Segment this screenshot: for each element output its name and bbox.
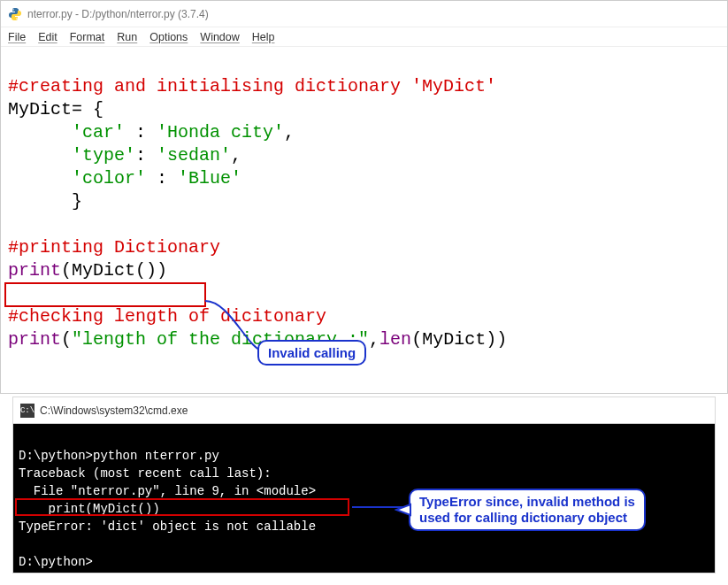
menu-run[interactable]: Run bbox=[117, 31, 137, 43]
cmd-title-text: C:\Windows\system32\cmd.exe bbox=[40, 404, 188, 417]
cmd-line-7: D:\python> bbox=[19, 555, 93, 569]
callout-typeerror: TypeError since, invalid method is used … bbox=[409, 489, 646, 531]
idle-editor-window: nterror.py - D:/python/nterror.py (3.7.4… bbox=[0, 0, 728, 394]
highlight-invalid-call bbox=[4, 282, 206, 307]
cmd-line-6 bbox=[19, 537, 26, 551]
code-line-10 bbox=[8, 283, 19, 304]
python-icon bbox=[8, 7, 22, 21]
menu-window[interactable]: Window bbox=[200, 31, 239, 43]
code-line-11: #checking length of dicitonary bbox=[8, 306, 326, 327]
menu-help[interactable]: Help bbox=[252, 31, 275, 43]
idle-title-text: nterror.py - D:/python/nterror.py (3.7.4… bbox=[27, 8, 209, 20]
cmd-line-2: Traceback (most recent call last): bbox=[19, 466, 272, 481]
callout-typeerror-line1: TypeError since, invalid method is bbox=[419, 494, 635, 509]
callout-invalid-calling-text: Invalid calling bbox=[268, 345, 356, 360]
idle-menubar: File Edit Format Run Options Window Help bbox=[1, 27, 727, 47]
svg-point-1 bbox=[16, 18, 18, 19]
code-line-5: 'color' : 'Blue' bbox=[8, 168, 241, 189]
cmd-titlebar: C:\ C:\Windows\system32\cmd.exe bbox=[13, 397, 715, 424]
cmd-window: C:\ C:\Windows\system32\cmd.exe D:\pytho… bbox=[12, 396, 716, 573]
menu-edit[interactable]: Edit bbox=[38, 31, 57, 43]
cmd-line-5: TypeError: 'dict' object is not callable bbox=[19, 520, 316, 534]
code-line-9: print(MyDict()) bbox=[8, 260, 167, 281]
menu-file[interactable]: File bbox=[8, 31, 26, 43]
code-line-1: #creating and initialising dictionary 'M… bbox=[8, 76, 496, 96]
code-line-4: 'type': 'sedan', bbox=[8, 145, 241, 165]
idle-titlebar: nterror.py - D:/python/nterror.py (3.7.4… bbox=[1, 1, 727, 27]
cmd-icon: C:\ bbox=[20, 404, 34, 418]
cmd-line-4: print(MyDict()) bbox=[19, 502, 160, 516]
callout-tail-icon bbox=[395, 501, 412, 519]
menu-format[interactable]: Format bbox=[70, 31, 105, 43]
callout-typeerror-line2: used for calling dictionary object bbox=[419, 510, 627, 525]
cmd-line-3: File "nterror.py", line 9, in <module> bbox=[19, 484, 316, 498]
callout-invalid-calling: Invalid calling bbox=[257, 340, 366, 366]
cmd-line-1: D:\python>python nterror.py bbox=[19, 449, 219, 463]
code-line-8: #printing Dictionary bbox=[8, 237, 220, 258]
code-line-3: 'car' : 'Honda city', bbox=[8, 122, 295, 142]
code-line-6: } bbox=[8, 191, 82, 212]
svg-point-0 bbox=[12, 9, 14, 11]
menu-options[interactable]: Options bbox=[149, 31, 188, 43]
code-editor[interactable]: #creating and initialising dictionary 'M… bbox=[1, 47, 727, 452]
code-line-7 bbox=[8, 214, 19, 235]
code-line-2: MyDict= { bbox=[8, 99, 103, 119]
